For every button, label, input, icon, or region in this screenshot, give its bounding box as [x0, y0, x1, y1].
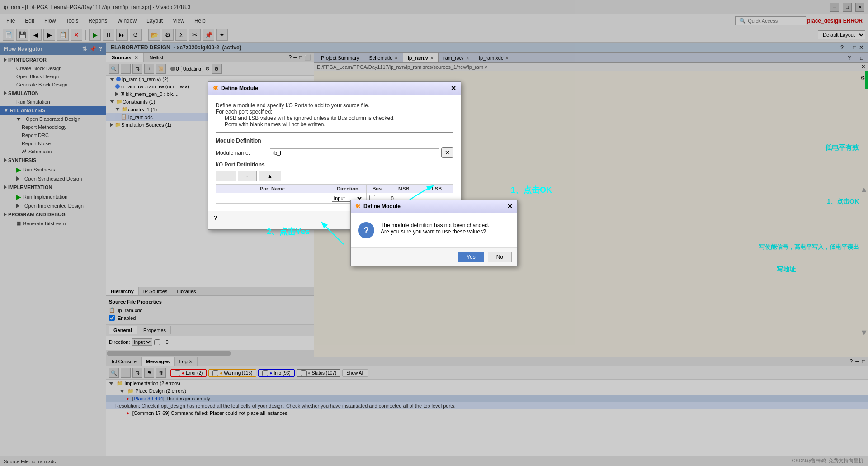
io-delete-btn[interactable]: - [238, 171, 257, 181]
confirm-yes-btn[interactable]: Yes [458, 252, 484, 262]
confirm-dialog-title: Define Module [363, 203, 401, 209]
module-name-input[interactable] [270, 148, 439, 157]
define-module-body: Define a module and specify I/O Ports to… [208, 95, 461, 211]
confirm-dialog-header: 🛠 Define Module ✕ [351, 200, 517, 213]
confirm-dialog-footer: Yes No [351, 247, 517, 266]
th-msb: MSB [387, 185, 420, 193]
module-name-row: Module name: ✕ [216, 147, 453, 158]
confirm-close-btn[interactable]: ✕ [507, 203, 513, 210]
th-bus: Bus [367, 185, 387, 193]
module-name-clear-btn[interactable]: ✕ [441, 147, 453, 158]
confirm-dialog-icon: 🛠 [355, 203, 361, 209]
module-def-label: Module Definition [216, 138, 453, 144]
question-icon: ? [358, 222, 374, 238]
confirm-message: The module definition has not been chang… [381, 222, 489, 235]
confirm-line1: The module definition has not been chang… [381, 222, 489, 228]
th-lsb: LSB [420, 185, 453, 193]
io-port-label: I/O Port Definitions [216, 162, 453, 168]
confirm-dialog: 🛠 Define Module ✕ ? The module definitio… [350, 200, 518, 266]
io-up-btn[interactable]: ▲ [259, 171, 281, 181]
confirm-dialog-body: ? The module definition has not been cha… [351, 213, 517, 247]
th-direction: Direction [329, 185, 366, 193]
dm-desc-1: Define a module and specify I/O Ports to… [216, 102, 453, 109]
define-module-close-btn[interactable]: ✕ [451, 85, 456, 92]
dm-desc-3: MSB and LSB values will be ignored unles… [216, 115, 453, 121]
confirm-no-btn[interactable]: No [488, 252, 512, 262]
dm-desc-4: Ports with blank names will not be writt… [216, 121, 453, 128]
dm-help-icon[interactable]: ? [214, 215, 217, 226]
dm-desc-2: For each port specified: [216, 109, 453, 115]
define-module-header: 🛠 Define Module ✕ [208, 82, 461, 95]
module-name-label: Module name: [216, 150, 270, 156]
define-module-title: Define Module [221, 85, 258, 91]
io-add-btn[interactable]: + [216, 171, 236, 181]
define-module-icon: 🛠 [213, 85, 218, 91]
confirm-line2: Are you sure you want to use these value… [381, 228, 489, 235]
port-name-input[interactable] [219, 195, 326, 202]
th-port-name: Port Name [216, 185, 329, 193]
